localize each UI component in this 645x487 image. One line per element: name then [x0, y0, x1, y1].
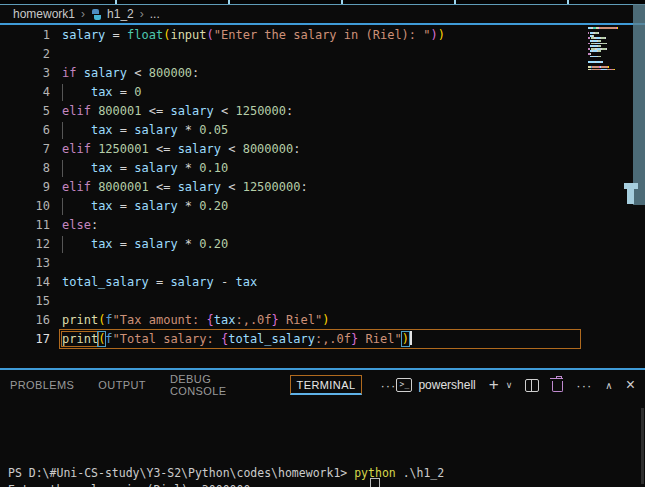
code-line[interactable]: 11else: — [0, 216, 587, 235]
code-line[interactable]: 15 — [0, 292, 587, 311]
line-number[interactable]: 10 — [0, 197, 50, 216]
code-line-text — [62, 254, 587, 273]
indent-guide — [62, 122, 63, 139]
code-token: 12500000 — [243, 180, 301, 194]
maximize-panel-button[interactable]: ∧ — [605, 380, 612, 391]
code-token: Riel" — [279, 313, 322, 327]
terminal-text: PS D:\#Uni-CS-study\Y3-S2\Python\codes\h… — [8, 466, 354, 480]
line-number[interactable]: 6 — [0, 121, 50, 140]
line-number[interactable]: 5 — [0, 102, 50, 121]
indent-guide — [62, 236, 63, 253]
line-number[interactable]: 9 — [0, 178, 50, 197]
code-line[interactable]: 10 tax = salary * 0.20 — [0, 197, 587, 216]
line-number[interactable]: 1 — [0, 26, 50, 45]
code-token: * — [178, 199, 200, 213]
panel-more-actions-button[interactable]: ··· — [576, 378, 592, 393]
panel-tab-debug-console[interactable]: DEBUG CONSOLE — [170, 369, 266, 401]
code-line[interactable]: 3if salary < 800000: — [0, 64, 587, 83]
line-number[interactable]: 16 — [0, 311, 50, 330]
editor-scrollbar[interactable] — [633, 4, 645, 205]
line-number[interactable]: 15 — [0, 292, 50, 311]
line-number[interactable]: 17 — [0, 330, 50, 349]
code-line[interactable]: 12 tax = salary * 0.20 — [0, 235, 587, 254]
shell-name-label[interactable]: powershell — [418, 378, 475, 392]
breadcrumb-file[interactable]: h1_2 — [107, 7, 134, 21]
breadcrumb-symbol[interactable]: ... — [150, 7, 160, 21]
code-token: "Enter the salary in (Riel): " — [214, 28, 431, 42]
panel-tab-terminal[interactable]: TERMINAL — [290, 375, 363, 395]
minimap-token — [588, 61, 595, 63]
code-editor[interactable]: 1salary = float(input("Enter the salary … — [0, 25, 587, 369]
minimap-token — [598, 50, 600, 52]
chevron-right-icon: › — [140, 7, 144, 21]
line-number[interactable]: 12 — [0, 235, 50, 254]
panel-actions: >_ powershell + ∨ ··· ∧ × — [396, 378, 635, 393]
code-token: tax — [91, 161, 113, 175]
panel-tabs-more-button[interactable]: ··· — [380, 378, 396, 393]
code-line[interactable]: 6 tax = salary * 0.05 — [0, 121, 587, 140]
code-token: < — [214, 104, 236, 118]
code-line[interactable]: 8 tax = salary * 0.10 — [0, 159, 587, 178]
line-number[interactable]: 2 — [0, 45, 50, 64]
minimap-line — [588, 37, 633, 39]
code-token: < — [221, 180, 243, 194]
line-number[interactable]: 13 — [0, 254, 50, 273]
kill-terminal-button[interactable] — [552, 381, 563, 392]
line-number[interactable]: 3 — [0, 64, 50, 83]
code-line[interactable]: 7elif 1250001 <= salary < 8000000: — [0, 140, 587, 159]
panel-tab-output[interactable]: OUTPUT — [98, 375, 146, 395]
minimap-line — [588, 50, 633, 52]
minimap-line — [588, 27, 633, 29]
code-token — [62, 85, 91, 99]
code-token — [62, 161, 91, 175]
tab-separator-tick — [341, 0, 343, 4]
code-line-text: print(f"Tax amount: {tax:,.0f} Riel") — [62, 311, 587, 330]
terminal-cursor — [370, 478, 380, 487]
code-token: elif — [62, 180, 91, 194]
code-line[interactable]: 5elif 800001 <= salary < 1250000: — [0, 102, 587, 121]
code-token: "Tax amount: — [113, 313, 207, 327]
minimap[interactable] — [588, 27, 633, 71]
code-line-text: total_salary = salary - tax — [62, 273, 587, 292]
panel-tab-problems[interactable]: PROBLEMS — [10, 375, 74, 395]
code-line[interactable]: 16print(f"Tax amount: {tax:,.0f} Riel") — [0, 311, 587, 330]
code-token: salary — [134, 199, 177, 213]
line-number[interactable]: 4 — [0, 83, 50, 102]
close-panel-button[interactable]: × — [626, 378, 635, 392]
minimap-token — [606, 43, 607, 45]
code-line[interactable]: 14total_salary = salary - tax — [0, 273, 587, 292]
code-line[interactable]: 9elif 8000001 <= salary < 12500000: — [0, 178, 587, 197]
terminal-scrollbar[interactable] — [641, 408, 644, 484]
minimap-token — [592, 69, 600, 71]
terminal-output[interactable]: PS D:\#Uni-CS-study\Y3-S2\Python\codes\h… — [0, 400, 645, 487]
code-token: 8000001 — [98, 180, 149, 194]
split-terminal-button[interactable] — [525, 379, 539, 392]
breadcrumb-folder[interactable]: homework1 — [13, 7, 75, 21]
terminal-profile-dropdown[interactable]: ∨ — [506, 380, 513, 390]
terminal-text: Enter the salary in (Riel): 3000000 — [8, 483, 250, 487]
line-number[interactable]: 7 — [0, 140, 50, 159]
tab-separator-tick — [228, 0, 230, 4]
code-token: 0.10 — [199, 161, 228, 175]
code-line[interactable]: 13 — [0, 254, 587, 273]
code-line-text: elif 1250001 <= salary < 8000000: — [62, 140, 587, 159]
code-token: f — [105, 332, 112, 346]
code-line[interactable]: 4 tax = 0 — [0, 83, 587, 102]
new-terminal-button[interactable]: + — [489, 378, 499, 392]
code-token: :,.0f — [315, 332, 351, 346]
code-line[interactable]: 1salary = float(input("Enter the salary … — [0, 26, 587, 45]
tab-separator-tick — [454, 0, 456, 4]
code-line[interactable]: 2 — [0, 45, 587, 64]
code-line[interactable]: 17print(f"Total salary: {total_salary:,.… — [0, 330, 587, 349]
terminal-line: PS D:\#Uni-CS-study\Y3-S2\Python\codes\h… — [8, 465, 645, 482]
code-line-text: salary = float(input("Enter the salary i… — [62, 26, 587, 45]
code-token: = — [105, 28, 127, 42]
code-line-text: tax = salary * 0.20 — [62, 235, 587, 254]
code-line-text: if salary < 800000: — [62, 64, 587, 83]
line-number[interactable]: 8 — [0, 159, 50, 178]
code-token: salary — [178, 180, 221, 194]
code-token: <= — [142, 104, 171, 118]
line-number[interactable]: 11 — [0, 216, 50, 235]
code-line-text: tax = salary * 0.20 — [62, 197, 587, 216]
line-number[interactable]: 14 — [0, 273, 50, 292]
